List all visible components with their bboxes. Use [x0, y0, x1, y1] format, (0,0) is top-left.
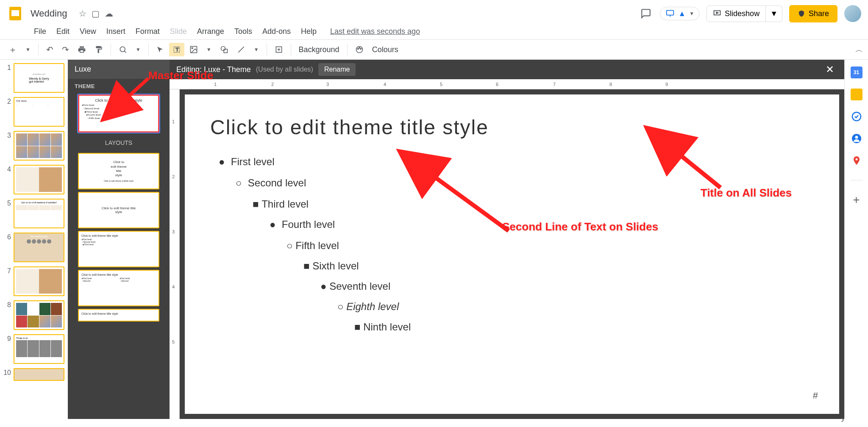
- colours-button[interactable]: Colours: [369, 45, 402, 54]
- zoom-dropdown[interactable]: ▼: [132, 44, 144, 55]
- svg-line-26: [125, 78, 148, 100]
- svg-text:T: T: [175, 47, 178, 52]
- comments-icon[interactable]: [639, 6, 653, 21]
- menu-format[interactable]: Format: [136, 27, 160, 36]
- textbox-tool[interactable]: T: [169, 43, 184, 56]
- maps-icon[interactable]: [851, 155, 862, 166]
- paint-format-button[interactable]: [91, 43, 106, 56]
- slide-canvas[interactable]: Click to edit theme title style ● First …: [185, 94, 839, 414]
- svg-point-10: [192, 47, 193, 49]
- placeholder-tool[interactable]: [271, 43, 287, 56]
- menu-file[interactable]: File: [34, 27, 46, 36]
- slide-number: 10: [3, 368, 14, 377]
- slides-app-icon[interactable]: [7, 5, 24, 22]
- slide-thumb[interactable]: Our story———: [14, 97, 64, 127]
- layouts-section-label: LAYOUTS: [68, 135, 170, 150]
- svg-point-20: [360, 48, 362, 50]
- present-button[interactable]: ▲ ▼: [660, 7, 700, 20]
- slide-thumb[interactable]: [14, 266, 64, 296]
- collapse-toolbar-icon[interactable]: ︿: [855, 44, 863, 55]
- menu-slide: Slide: [170, 27, 187, 36]
- svg-point-24: [855, 158, 857, 161]
- slide-thumbnails-panel: 1Australia.comWendy & Gerrygot married 2…: [0, 60, 68, 419]
- menu-insert[interactable]: Insert: [106, 27, 125, 36]
- horizontal-ruler[interactable]: 123456789: [170, 79, 844, 89]
- zoom-button[interactable]: [115, 43, 131, 56]
- keep-icon[interactable]: [851, 89, 862, 100]
- colours-icon[interactable]: [352, 43, 367, 56]
- redo-button[interactable]: ↷: [58, 42, 72, 57]
- svg-rect-1: [11, 10, 19, 16]
- slide-thumb[interactable]: Things to do: [14, 334, 64, 364]
- slide-number: 5: [3, 199, 14, 207]
- slide-number: 3: [3, 131, 14, 139]
- slide-number: 8: [3, 300, 14, 309]
- slide-number: 1: [3, 63, 14, 72]
- slide-thumb[interactable]: Join us for a full weekend of activities…: [14, 199, 64, 228]
- right-side-panel: 31 +: [844, 60, 868, 419]
- shape-tool[interactable]: [217, 43, 232, 56]
- slideshow-dropdown[interactable]: ▼: [766, 6, 782, 22]
- layout-thumb[interactable]: Click to edit theme title style: [78, 309, 159, 322]
- close-master-icon[interactable]: ✕: [822, 64, 837, 75]
- svg-point-11: [221, 47, 225, 51]
- select-tool[interactable]: [153, 43, 167, 56]
- background-button[interactable]: Background: [295, 45, 343, 54]
- layout-thumb[interactable]: Click toedit themetitlestyleClick to edi…: [78, 153, 159, 189]
- scroll-right-icon[interactable]: ›: [841, 413, 844, 425]
- svg-rect-2: [667, 11, 674, 15]
- slide-thumb[interactable]: [14, 165, 64, 194]
- slide-number: 4: [3, 165, 14, 173]
- slide-thumb[interactable]: [14, 300, 64, 330]
- svg-line-6: [124, 51, 126, 53]
- menu-view[interactable]: View: [80, 27, 96, 36]
- new-slide-button[interactable]: ＋: [5, 42, 20, 58]
- last-edit-link[interactable]: Last edit was seconds ago: [330, 27, 420, 36]
- calendar-icon[interactable]: 31: [851, 67, 862, 78]
- add-addon-icon[interactable]: +: [851, 194, 862, 206]
- line-tool[interactable]: [234, 43, 249, 56]
- tasks-icon[interactable]: [851, 111, 862, 122]
- svg-line-30: [430, 174, 509, 231]
- menu-edit[interactable]: Edit: [56, 27, 70, 36]
- share-button[interactable]: Share: [789, 5, 837, 22]
- image-dropdown[interactable]: ▼: [203, 44, 215, 55]
- slide-number: 9: [3, 334, 14, 343]
- slide-thumb[interactable]: The wedding party: [14, 233, 64, 262]
- menu-addons[interactable]: Add-ons: [262, 27, 291, 36]
- slide-number: 7: [3, 266, 14, 275]
- menu-arrange[interactable]: Arrange: [197, 27, 224, 36]
- menu-tools[interactable]: Tools: [234, 27, 252, 36]
- theme-title-placeholder[interactable]: Click to edit theme title style: [210, 116, 814, 139]
- move-icon[interactable]: ▢: [92, 8, 100, 19]
- slide-thumb[interactable]: Australia.comWendy & Gerrygot married: [14, 63, 64, 93]
- layout-thumb[interactable]: Click to edit theme title style●First le…: [78, 231, 159, 267]
- layout-thumb[interactable]: Click to edit theme title style●First le…: [78, 270, 159, 306]
- image-tool[interactable]: [186, 43, 201, 56]
- master-layouts-panel: Luxe THEME Click to edit theme title sty…: [68, 60, 170, 419]
- print-button[interactable]: [74, 43, 89, 56]
- user-avatar[interactable]: [844, 5, 861, 22]
- star-icon[interactable]: ☆: [79, 8, 86, 19]
- layout-thumb[interactable]: Click to edit theme titlestyle: [78, 192, 159, 228]
- vertical-ruler[interactable]: 12345: [170, 89, 180, 419]
- slide-thumb[interactable]: [14, 368, 64, 381]
- new-slide-dropdown[interactable]: ▼: [22, 44, 34, 55]
- slide-thumb[interactable]: [14, 131, 64, 161]
- menu-help[interactable]: Help: [301, 27, 317, 36]
- doc-title[interactable]: Wedding: [31, 8, 67, 19]
- cloud-icon[interactable]: ☁: [105, 8, 113, 19]
- svg-point-5: [120, 47, 125, 52]
- rename-button[interactable]: Rename: [318, 63, 356, 76]
- svg-line-28: [676, 152, 721, 188]
- undo-button[interactable]: ↶: [43, 42, 57, 57]
- contacts-icon[interactable]: [851, 133, 862, 144]
- used-by-label: (Used by all slides): [256, 66, 313, 73]
- svg-line-13: [238, 47, 244, 52]
- svg-point-19: [359, 47, 360, 49]
- svg-rect-12: [224, 49, 227, 53]
- slideshow-button[interactable]: Slideshow: [707, 6, 766, 22]
- line-dropdown[interactable]: ▼: [250, 44, 262, 55]
- slide-number: 2: [3, 97, 14, 105]
- page-number-placeholder[interactable]: #: [813, 390, 818, 401]
